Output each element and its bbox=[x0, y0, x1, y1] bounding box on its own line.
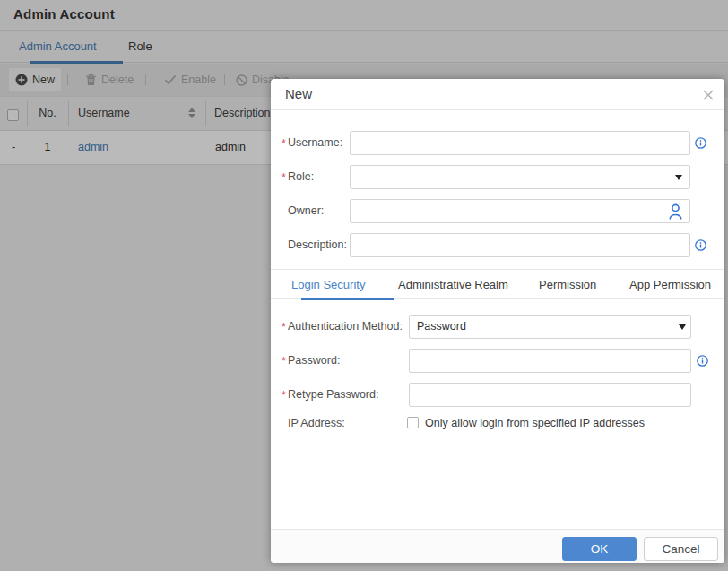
cancel-button[interactable]: Cancel bbox=[644, 537, 718, 561]
required-marker: * bbox=[282, 166, 286, 190]
owner-input[interactable] bbox=[350, 199, 690, 223]
ip-restriction-checkbox-label: Only allow login from specified IP addre… bbox=[425, 412, 645, 434]
info-icon bbox=[695, 137, 706, 149]
description-label: Description: bbox=[288, 233, 347, 257]
username-input[interactable] bbox=[350, 131, 690, 155]
caret-down-icon bbox=[679, 324, 686, 330]
dialog-tabs: Login Security Administrative Realm Perm… bbox=[271, 269, 724, 299]
dialog-footer: OK Cancel bbox=[271, 529, 724, 563]
role-row: * Role: bbox=[271, 165, 724, 189]
tab-login-security[interactable]: Login Security bbox=[291, 270, 365, 299]
required-marker: * bbox=[282, 132, 286, 156]
username-row: * Username: bbox=[271, 131, 724, 155]
role-label: Role: bbox=[288, 165, 314, 189]
retype-password-input[interactable] bbox=[409, 383, 691, 407]
tab-app-permission-label: App Permission bbox=[629, 278, 711, 291]
person-icon[interactable] bbox=[669, 203, 683, 220]
ok-button[interactable]: OK bbox=[562, 537, 637, 561]
password-input[interactable] bbox=[409, 349, 691, 373]
authentication-method-label: Authentication Method: bbox=[288, 315, 403, 339]
required-marker: * bbox=[282, 384, 286, 408]
authentication-method-value: Password bbox=[417, 315, 466, 339]
new-user-dialog: New * Username: * Role: Owner: Descripti… bbox=[271, 79, 724, 563]
password-label: Password: bbox=[288, 349, 340, 373]
role-select[interactable] bbox=[350, 165, 690, 189]
owner-row: Owner: bbox=[271, 199, 724, 223]
required-marker: * bbox=[282, 316, 286, 340]
retype-password-row: * Retype Password: bbox=[271, 383, 724, 407]
retype-password-label: Retype Password: bbox=[288, 383, 378, 407]
info-icon bbox=[695, 239, 706, 251]
owner-label: Owner: bbox=[288, 199, 324, 223]
tab-login-security-label: Login Security bbox=[291, 278, 365, 291]
tab-administrative-realm[interactable]: Administrative Realm bbox=[398, 270, 508, 299]
dialog-header: New bbox=[271, 79, 724, 110]
active-dialog-tab-underline bbox=[301, 298, 394, 300]
tab-permission-label: Permission bbox=[539, 278, 596, 291]
close-icon[interactable] bbox=[701, 88, 715, 102]
ip-restriction-checkbox[interactable] bbox=[407, 417, 419, 428]
authentication-method-row: * Authentication Method: Password bbox=[271, 315, 724, 339]
username-label: Username: bbox=[288, 131, 342, 155]
caret-down-icon bbox=[675, 175, 682, 180]
info-icon bbox=[697, 355, 708, 367]
password-row: * Password: bbox=[271, 349, 724, 373]
required-marker: * bbox=[282, 350, 286, 374]
dialog-title: New bbox=[285, 86, 312, 101]
tab-app-permission[interactable]: App Permission bbox=[629, 270, 711, 299]
description-input[interactable] bbox=[350, 233, 690, 257]
ip-address-row: IP Address: Only allow login from specif… bbox=[271, 412, 724, 434]
ip-address-label: IP Address: bbox=[288, 412, 345, 434]
description-row: Description: bbox=[271, 233, 724, 257]
tab-permission[interactable]: Permission bbox=[539, 270, 596, 299]
tab-administrative-realm-label: Administrative Realm bbox=[398, 278, 508, 291]
